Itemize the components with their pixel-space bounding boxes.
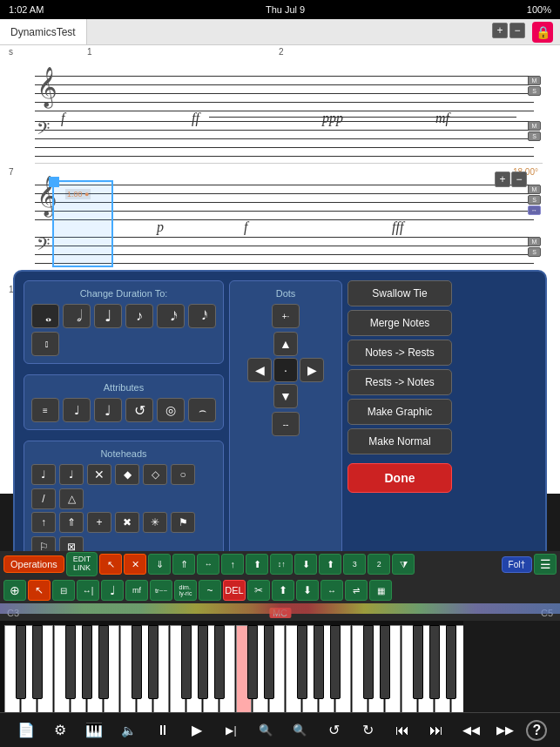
arrow-down[interactable]: ▼ — [273, 384, 298, 408]
nh-cross[interactable]: ✖ — [115, 512, 139, 533]
nh-circle[interactable]: ○ — [171, 464, 195, 485]
attr-accent[interactable]: ◎ — [157, 398, 185, 422]
undo-icon[interactable]: ↺ — [320, 717, 347, 744]
tb-icon11[interactable]: ⧩ — [392, 554, 415, 575]
tb-arrow-up-left[interactable]: ↖ — [99, 554, 122, 575]
play-cursor-icon[interactable]: ▶| — [219, 717, 245, 744]
remove-dot-btn[interactable]: -- — [272, 412, 300, 436]
black-key-Gs4[interactable] — [314, 625, 324, 699]
piano-icon[interactable]: 🎹 — [81, 717, 107, 744]
selection-box[interactable] — [52, 180, 113, 267]
black-key-Fs3[interactable] — [181, 625, 192, 699]
black-key-Fs4[interactable] — [297, 625, 307, 699]
black-key-As5[interactable] — [446, 625, 456, 699]
tb-trem[interactable]: tr~~ — [150, 580, 172, 601]
duration-32nd[interactable]: 𝅘𝅥𝅰 — [188, 304, 216, 328]
arrow-left[interactable]: ◀ — [247, 358, 272, 382]
next-icon[interactable]: ⏭ — [423, 717, 449, 744]
nh-asterisk[interactable]: ✳ — [143, 512, 167, 533]
tb-icon10[interactable]: 2 — [368, 554, 390, 575]
selection-handle[interactable] — [49, 177, 59, 187]
play-icon[interactable]: ▶ — [184, 717, 210, 744]
done-button[interactable]: Done — [347, 463, 452, 493]
tb-del[interactable]: DEL — [223, 580, 246, 601]
tb-up-arrow-dbl[interactable]: ⬆ — [272, 580, 294, 601]
black-key-Cs4[interactable] — [247, 625, 258, 699]
m-btn-bass-2[interactable]: M — [528, 237, 541, 246]
volume-down-icon[interactable]: 🔈 — [116, 717, 142, 744]
prev-icon[interactable]: ⏮ — [389, 717, 415, 744]
tb-icon1[interactable]: ⇓ — [148, 554, 171, 575]
tb-mf[interactable]: mf — [125, 580, 148, 601]
attr-flat[interactable]: ♩ — [94, 398, 122, 422]
tb-icon5[interactable]: ⬆ — [246, 554, 268, 575]
tb-wave[interactable]: ~ — [199, 580, 221, 601]
black-key-Cs2[interactable] — [16, 625, 26, 699]
arrow-center[interactable]: · — [273, 358, 298, 382]
black-key-As3[interactable] — [214, 625, 225, 699]
black-key-Ds5[interactable] — [380, 625, 390, 699]
nh-triangle[interactable]: △ — [59, 488, 84, 509]
zoom-out-icon[interactable]: 🔍 — [287, 717, 313, 744]
tb-piano-roll[interactable]: ▦ — [369, 580, 392, 601]
black-key-Fs2[interactable] — [65, 625, 76, 699]
pause-icon[interactable]: ⏸ — [150, 717, 176, 744]
nh-filled[interactable]: ♩ — [31, 464, 56, 485]
black-key-Ds3[interactable] — [148, 625, 159, 699]
s-btn-bass-1[interactable]: S — [528, 131, 541, 141]
help-icon[interactable]: ? — [526, 720, 547, 741]
black-key-As4[interactable] — [330, 625, 341, 699]
duration-whole[interactable]: 𝅝 — [31, 304, 59, 328]
black-key-Gs2[interactable] — [82, 625, 92, 699]
notes-to-rests-btn[interactable]: Notes -> Rests — [347, 340, 452, 366]
nh-up-arrow[interactable]: ↑ — [31, 512, 56, 533]
tb-cursor[interactable]: ↖ — [28, 580, 51, 601]
nh-slash[interactable]: / — [31, 488, 56, 509]
nh-up-arrow2[interactable]: ⇑ — [59, 512, 84, 533]
nh-flag[interactable]: ⚑ — [171, 512, 195, 533]
redo-icon[interactable]: ↻ — [355, 717, 381, 744]
tb-note-symbol[interactable]: ♩ — [101, 580, 124, 601]
make-normal-btn[interactable]: Make Normal — [347, 428, 452, 454]
tb-step[interactable]: ↔| — [77, 580, 99, 601]
nh-plus[interactable]: + — [87, 512, 111, 533]
plus-button[interactable]: + — [492, 23, 508, 38]
s-btn-2[interactable]: S — [528, 195, 541, 205]
edit-link-btn[interactable]: EDITLINK — [66, 552, 98, 576]
m-btn-bass-1[interactable]: M — [528, 121, 541, 131]
s-btn-1[interactable]: S — [528, 86, 541, 96]
m-btn-1[interactable]: M — [528, 76, 541, 85]
duration-64th[interactable]: 𝅚 — [31, 332, 59, 356]
arrow-up[interactable]: ▲ — [273, 332, 298, 356]
document-icon[interactable]: 📄 — [13, 717, 39, 744]
nh-diamond-filled[interactable]: ◆ — [115, 464, 139, 485]
forward-icon[interactable]: ▶▶ — [492, 717, 518, 744]
lock-icon[interactable]: 🔒 — [532, 22, 553, 43]
black-key-Gs5[interactable] — [429, 625, 440, 699]
plus-staff-2[interactable]: + — [495, 172, 510, 187]
nh-diamond-open[interactable]: ◇ — [143, 464, 167, 485]
tb-crosshair[interactable]: ⊕ — [3, 580, 26, 601]
duration-half[interactable]: 𝅗𝅥 — [63, 304, 91, 328]
zoom-in-icon[interactable]: 🔍 — [253, 717, 279, 744]
settings-icon[interactable]: ⚙ — [47, 717, 73, 744]
expand-btn-2[interactable]: ↔ — [528, 205, 541, 215]
black-key-Ds2[interactable] — [32, 625, 43, 699]
attr-tenuto[interactable]: ↺ — [125, 398, 153, 422]
minus-staff-2[interactable]: − — [511, 172, 527, 187]
tb-scissor[interactable]: ✂ — [247, 580, 270, 601]
black-key-Fs5[interactable] — [413, 625, 423, 699]
nh-x[interactable]: ✕ — [87, 464, 111, 485]
tb-down-arrow-dbl[interactable]: ⬇ — [296, 580, 319, 601]
tb-icon9[interactable]: 3 — [343, 554, 366, 575]
fol-btn[interactable]: Fol† — [502, 556, 532, 573]
minus-button[interactable]: − — [509, 23, 525, 38]
tb-icon6[interactable]: ↕↑ — [270, 554, 293, 575]
black-key-Gs3[interactable] — [198, 625, 208, 699]
black-key-As2[interactable] — [98, 625, 109, 699]
add-dot-btn[interactable]: +· — [272, 304, 300, 328]
tb-icon7[interactable]: ⬇ — [294, 554, 317, 575]
rests-to-notes-btn[interactable]: Rests -> Notes — [347, 369, 452, 395]
attr-sharp[interactable]: ♩ — [63, 398, 91, 422]
tb-scroll[interactable]: ⇌ — [345, 580, 368, 601]
